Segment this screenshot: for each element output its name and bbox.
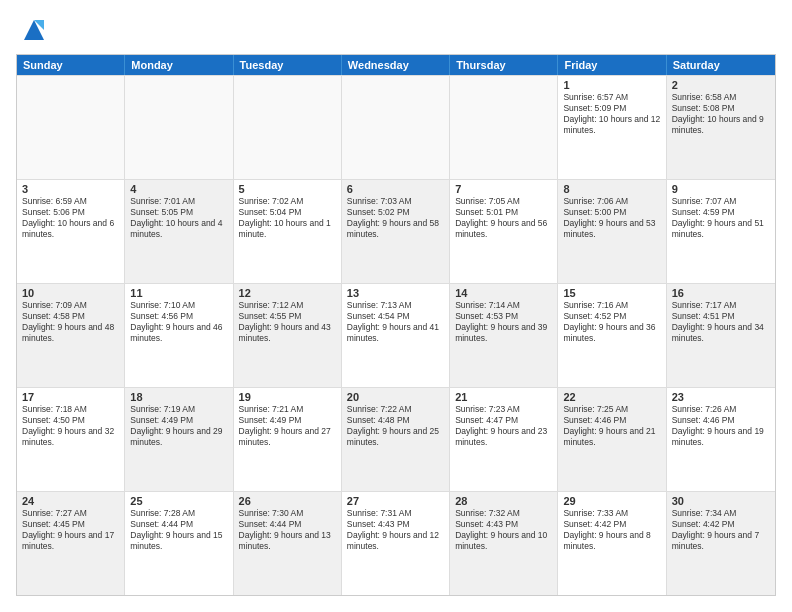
calendar-cell: 11Sunrise: 7:10 AM Sunset: 4:56 PM Dayli…: [125, 284, 233, 387]
day-number: 7: [455, 183, 552, 195]
day-info: Sunrise: 7:33 AM Sunset: 4:42 PM Dayligh…: [563, 508, 660, 552]
header: [16, 16, 776, 44]
day-info: Sunrise: 7:22 AM Sunset: 4:48 PM Dayligh…: [347, 404, 444, 448]
calendar-cell: 3Sunrise: 6:59 AM Sunset: 5:06 PM Daylig…: [17, 180, 125, 283]
calendar-cell: 19Sunrise: 7:21 AM Sunset: 4:49 PM Dayli…: [234, 388, 342, 491]
calendar-cell: 25Sunrise: 7:28 AM Sunset: 4:44 PM Dayli…: [125, 492, 233, 595]
day-info: Sunrise: 7:16 AM Sunset: 4:52 PM Dayligh…: [563, 300, 660, 344]
calendar-row: 10Sunrise: 7:09 AM Sunset: 4:58 PM Dayli…: [17, 283, 775, 387]
day-number: 23: [672, 391, 770, 403]
calendar-cell: 2Sunrise: 6:58 AM Sunset: 5:08 PM Daylig…: [667, 76, 775, 179]
weekday-header: Saturday: [667, 55, 775, 75]
day-info: Sunrise: 7:31 AM Sunset: 4:43 PM Dayligh…: [347, 508, 444, 552]
day-info: Sunrise: 6:58 AM Sunset: 5:08 PM Dayligh…: [672, 92, 770, 136]
day-info: Sunrise: 7:21 AM Sunset: 4:49 PM Dayligh…: [239, 404, 336, 448]
weekday-header: Friday: [558, 55, 666, 75]
calendar-cell: 6Sunrise: 7:03 AM Sunset: 5:02 PM Daylig…: [342, 180, 450, 283]
day-info: Sunrise: 6:59 AM Sunset: 5:06 PM Dayligh…: [22, 196, 119, 240]
day-number: 1: [563, 79, 660, 91]
weekday-header: Wednesday: [342, 55, 450, 75]
calendar-cell: 7Sunrise: 7:05 AM Sunset: 5:01 PM Daylig…: [450, 180, 558, 283]
calendar-cell: 10Sunrise: 7:09 AM Sunset: 4:58 PM Dayli…: [17, 284, 125, 387]
calendar-cell: 15Sunrise: 7:16 AM Sunset: 4:52 PM Dayli…: [558, 284, 666, 387]
weekday-header: Monday: [125, 55, 233, 75]
calendar-cell: 14Sunrise: 7:14 AM Sunset: 4:53 PM Dayli…: [450, 284, 558, 387]
day-number: 18: [130, 391, 227, 403]
day-number: 30: [672, 495, 770, 507]
day-number: 9: [672, 183, 770, 195]
day-number: 17: [22, 391, 119, 403]
calendar-cell: [234, 76, 342, 179]
calendar-cell: 12Sunrise: 7:12 AM Sunset: 4:55 PM Dayli…: [234, 284, 342, 387]
calendar-cell: 29Sunrise: 7:33 AM Sunset: 4:42 PM Dayli…: [558, 492, 666, 595]
calendar-cell: 20Sunrise: 7:22 AM Sunset: 4:48 PM Dayli…: [342, 388, 450, 491]
calendar: SundayMondayTuesdayWednesdayThursdayFrid…: [16, 54, 776, 596]
calendar-cell: 21Sunrise: 7:23 AM Sunset: 4:47 PM Dayli…: [450, 388, 558, 491]
calendar-cell: 4Sunrise: 7:01 AM Sunset: 5:05 PM Daylig…: [125, 180, 233, 283]
day-number: 29: [563, 495, 660, 507]
calendar-cell: [17, 76, 125, 179]
weekday-header: Thursday: [450, 55, 558, 75]
day-number: 4: [130, 183, 227, 195]
day-info: Sunrise: 7:12 AM Sunset: 4:55 PM Dayligh…: [239, 300, 336, 344]
day-info: Sunrise: 7:01 AM Sunset: 5:05 PM Dayligh…: [130, 196, 227, 240]
day-number: 2: [672, 79, 770, 91]
calendar-header: SundayMondayTuesdayWednesdayThursdayFrid…: [17, 55, 775, 75]
day-number: 20: [347, 391, 444, 403]
calendar-cell: 16Sunrise: 7:17 AM Sunset: 4:51 PM Dayli…: [667, 284, 775, 387]
calendar-cell: 13Sunrise: 7:13 AM Sunset: 4:54 PM Dayli…: [342, 284, 450, 387]
calendar-cell: 24Sunrise: 7:27 AM Sunset: 4:45 PM Dayli…: [17, 492, 125, 595]
calendar-cell: 18Sunrise: 7:19 AM Sunset: 4:49 PM Dayli…: [125, 388, 233, 491]
day-info: Sunrise: 7:03 AM Sunset: 5:02 PM Dayligh…: [347, 196, 444, 240]
day-number: 11: [130, 287, 227, 299]
day-info: Sunrise: 6:57 AM Sunset: 5:09 PM Dayligh…: [563, 92, 660, 136]
day-info: Sunrise: 7:13 AM Sunset: 4:54 PM Dayligh…: [347, 300, 444, 344]
day-number: 24: [22, 495, 119, 507]
calendar-cell: 22Sunrise: 7:25 AM Sunset: 4:46 PM Dayli…: [558, 388, 666, 491]
day-info: Sunrise: 7:05 AM Sunset: 5:01 PM Dayligh…: [455, 196, 552, 240]
calendar-cell: 26Sunrise: 7:30 AM Sunset: 4:44 PM Dayli…: [234, 492, 342, 595]
day-number: 8: [563, 183, 660, 195]
calendar-cell: 30Sunrise: 7:34 AM Sunset: 4:42 PM Dayli…: [667, 492, 775, 595]
day-number: 16: [672, 287, 770, 299]
day-number: 12: [239, 287, 336, 299]
day-number: 25: [130, 495, 227, 507]
calendar-cell: 27Sunrise: 7:31 AM Sunset: 4:43 PM Dayli…: [342, 492, 450, 595]
calendar-cell: 1Sunrise: 6:57 AM Sunset: 5:09 PM Daylig…: [558, 76, 666, 179]
day-info: Sunrise: 7:27 AM Sunset: 4:45 PM Dayligh…: [22, 508, 119, 552]
calendar-row: 24Sunrise: 7:27 AM Sunset: 4:45 PM Dayli…: [17, 491, 775, 595]
day-info: Sunrise: 7:34 AM Sunset: 4:42 PM Dayligh…: [672, 508, 770, 552]
day-number: 22: [563, 391, 660, 403]
calendar-cell: 23Sunrise: 7:26 AM Sunset: 4:46 PM Dayli…: [667, 388, 775, 491]
day-info: Sunrise: 7:19 AM Sunset: 4:49 PM Dayligh…: [130, 404, 227, 448]
day-number: 19: [239, 391, 336, 403]
calendar-cell: [342, 76, 450, 179]
page: SundayMondayTuesdayWednesdayThursdayFrid…: [0, 0, 792, 612]
calendar-cell: [450, 76, 558, 179]
calendar-row: 1Sunrise: 6:57 AM Sunset: 5:09 PM Daylig…: [17, 75, 775, 179]
weekday-header: Tuesday: [234, 55, 342, 75]
day-number: 10: [22, 287, 119, 299]
calendar-cell: 8Sunrise: 7:06 AM Sunset: 5:00 PM Daylig…: [558, 180, 666, 283]
day-info: Sunrise: 7:07 AM Sunset: 4:59 PM Dayligh…: [672, 196, 770, 240]
calendar-cell: 5Sunrise: 7:02 AM Sunset: 5:04 PM Daylig…: [234, 180, 342, 283]
logo: [16, 16, 48, 44]
day-number: 6: [347, 183, 444, 195]
day-info: Sunrise: 7:23 AM Sunset: 4:47 PM Dayligh…: [455, 404, 552, 448]
calendar-row: 17Sunrise: 7:18 AM Sunset: 4:50 PM Dayli…: [17, 387, 775, 491]
logo-icon: [20, 16, 48, 44]
day-info: Sunrise: 7:17 AM Sunset: 4:51 PM Dayligh…: [672, 300, 770, 344]
day-info: Sunrise: 7:14 AM Sunset: 4:53 PM Dayligh…: [455, 300, 552, 344]
calendar-cell: 17Sunrise: 7:18 AM Sunset: 4:50 PM Dayli…: [17, 388, 125, 491]
day-number: 13: [347, 287, 444, 299]
day-number: 3: [22, 183, 119, 195]
calendar-body: 1Sunrise: 6:57 AM Sunset: 5:09 PM Daylig…: [17, 75, 775, 595]
day-info: Sunrise: 7:10 AM Sunset: 4:56 PM Dayligh…: [130, 300, 227, 344]
day-info: Sunrise: 7:25 AM Sunset: 4:46 PM Dayligh…: [563, 404, 660, 448]
day-info: Sunrise: 7:06 AM Sunset: 5:00 PM Dayligh…: [563, 196, 660, 240]
day-info: Sunrise: 7:09 AM Sunset: 4:58 PM Dayligh…: [22, 300, 119, 344]
calendar-cell: 28Sunrise: 7:32 AM Sunset: 4:43 PM Dayli…: [450, 492, 558, 595]
weekday-header: Sunday: [17, 55, 125, 75]
day-number: 28: [455, 495, 552, 507]
day-number: 21: [455, 391, 552, 403]
